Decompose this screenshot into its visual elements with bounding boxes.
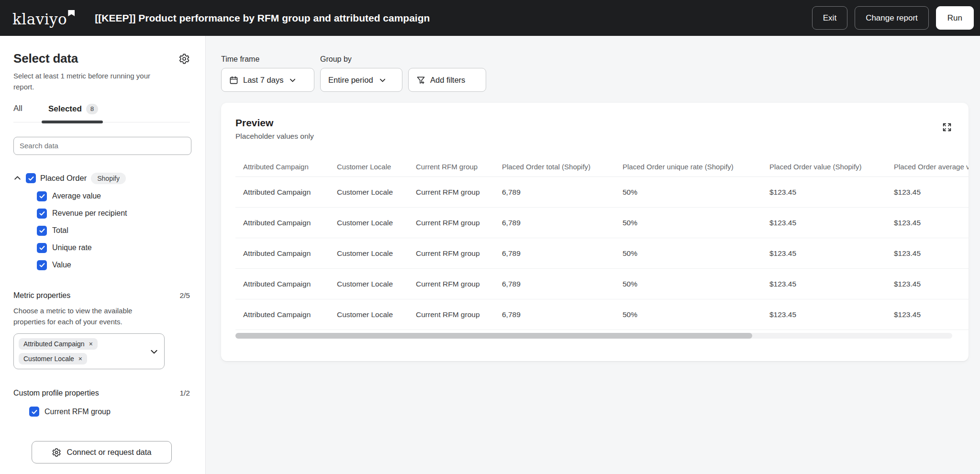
tab-all[interactable]: All	[13, 104, 28, 122]
metric-item: Total	[37, 226, 190, 236]
table-cell: $123.45	[762, 310, 886, 319]
table-cell: Attributed Campaign	[235, 219, 329, 227]
panel-title: Select data	[13, 51, 78, 66]
table-cell: Customer Locale	[329, 310, 408, 319]
custom-profile-item: Current RFM group	[29, 407, 190, 417]
metric-group-row: Placed Order Shopify	[13, 173, 190, 184]
time-frame-label: Time frame	[221, 55, 314, 64]
table-cell: $123.45	[762, 249, 886, 258]
checkbox-average-value[interactable]	[37, 191, 47, 201]
properties-multiselect[interactable]: Attributed Campaign × Customer Locale ×	[13, 333, 165, 369]
metric-item: Unique rate	[37, 243, 190, 253]
checkbox-revenue-per-recipient[interactable]	[37, 209, 47, 219]
klaviyo-logo[interactable]: klaviyo	[12, 9, 75, 27]
table-row: Attributed CampaignCustomer LocaleCurren…	[235, 269, 969, 299]
table-cell: Current RFM group	[408, 310, 494, 319]
preview-table-header-row: Attributed CampaignCustomer LocaleCurren…	[235, 156, 969, 177]
horizontal-scrollbar-thumb[interactable]	[235, 333, 752, 339]
settings-gear-icon[interactable]	[178, 53, 190, 65]
metric-tree: Placed Order Shopify Average value Reven…	[13, 173, 190, 270]
checkbox-current-rfm-group[interactable]	[29, 407, 39, 417]
metric-item-label: Value	[52, 261, 71, 269]
checkbox-unique-rate[interactable]	[37, 243, 47, 253]
chip-label: Customer Locale	[23, 355, 74, 363]
table-cell: Customer Locale	[329, 249, 408, 258]
table-cell: 6,789	[494, 249, 615, 258]
chip-label: Attributed Campaign	[23, 340, 85, 348]
table-cell: Attributed Campaign	[235, 188, 329, 197]
table-cell: Current RFM group	[408, 280, 494, 288]
metric-properties-description: Choose a metric to view the available pr…	[13, 305, 159, 328]
chevron-up-icon[interactable]	[13, 174, 22, 182]
table-cell: Current RFM group	[408, 249, 494, 258]
exit-button[interactable]: Exit	[812, 6, 847, 30]
table-cell: Current RFM group	[408, 188, 494, 197]
topbar-actions: Exit Change report Run	[812, 6, 974, 30]
selected-count-badge: 8	[86, 104, 99, 114]
active-tab-underline	[42, 121, 103, 123]
connect-or-request-data-button[interactable]: Connect or request data	[32, 441, 172, 463]
chevron-down-icon	[289, 77, 296, 84]
calendar-icon	[229, 76, 238, 85]
metric-properties-label: Metric properties	[13, 291, 70, 300]
column-header: Customer Locale	[329, 163, 408, 171]
column-header: Placed Order average value (Shopify)	[886, 163, 969, 171]
column-header: Attributed Campaign	[235, 163, 329, 171]
chip-attributed-campaign: Attributed Campaign ×	[19, 338, 98, 350]
horizontal-scrollbar-track[interactable]	[235, 333, 952, 339]
data-tabs: All Selected 8	[13, 104, 190, 122]
chip-remove-icon[interactable]: ×	[78, 355, 82, 362]
table-cell: 50%	[615, 188, 762, 197]
report-main: Time frame Last 7 days Group by Entire p…	[206, 36, 980, 474]
column-header: Placed Order total (Shopify)	[494, 163, 615, 171]
chevron-down-icon[interactable]	[150, 347, 158, 356]
metric-properties-count: 2/5	[179, 291, 190, 300]
metric-group-label: Placed Order	[40, 174, 87, 183]
table-cell: 50%	[615, 219, 762, 227]
metric-item-label: Unique rate	[52, 243, 92, 252]
change-report-button[interactable]: Change report	[855, 6, 929, 30]
preview-table-body: Attributed CampaignCustomer LocaleCurren…	[235, 177, 969, 330]
metric-item-label: Total	[52, 226, 68, 235]
preview-subtitle: Placeholder values only	[235, 132, 954, 141]
table-cell: $123.45	[886, 219, 969, 227]
group-by-value: Entire period	[328, 76, 373, 85]
table-cell: 50%	[615, 310, 762, 319]
metric-item-label: Revenue per recipient	[52, 209, 127, 218]
group-by-dropdown[interactable]: Entire period	[320, 68, 402, 92]
column-header: Placed Order unique rate (Shopify)	[615, 163, 762, 171]
table-cell: $123.45	[886, 280, 969, 288]
table-cell: $123.45	[762, 219, 886, 227]
search-input[interactable]	[13, 137, 191, 155]
custom-profile-item-label: Current RFM group	[45, 408, 111, 416]
run-button[interactable]: Run	[936, 6, 974, 30]
table-cell: Customer Locale	[329, 280, 408, 288]
expand-icon[interactable]	[942, 122, 952, 132]
chevron-down-icon	[379, 77, 386, 84]
table-cell: $123.45	[762, 280, 886, 288]
table-cell: 6,789	[494, 310, 615, 319]
table-row: Attributed CampaignCustomer LocaleCurren…	[235, 177, 969, 208]
tab-selected[interactable]: Selected 8	[42, 104, 103, 122]
table-cell: 6,789	[494, 219, 615, 227]
chip-remove-icon[interactable]: ×	[89, 341, 93, 347]
table-row: Attributed CampaignCustomer LocaleCurren…	[235, 208, 969, 238]
checkbox-placed-order[interactable]	[26, 173, 36, 183]
preview-card: Preview Placeholder values only Attribut…	[221, 103, 969, 361]
checkbox-total[interactable]	[37, 226, 47, 236]
panel-subtitle: Select at least 1 metric before running …	[13, 70, 157, 93]
table-cell: $123.45	[886, 188, 969, 197]
top-bar: klaviyo [[KEEP]] Product performance by …	[0, 0, 980, 36]
time-frame-dropdown[interactable]: Last 7 days	[221, 68, 314, 92]
table-cell: $123.45	[886, 249, 969, 258]
custom-profile-label: Custom profile properties	[13, 389, 99, 397]
table-cell: Current RFM group	[408, 219, 494, 227]
filter-plus-icon	[416, 76, 425, 85]
metric-item: Average value	[37, 191, 190, 201]
table-cell: 50%	[615, 249, 762, 258]
table-cell: Attributed Campaign	[235, 280, 329, 288]
custom-profile-section: Custom profile properties 1/2 Current RF…	[13, 389, 190, 417]
add-filters-button[interactable]: Add filters	[408, 68, 486, 92]
checkbox-value[interactable]	[37, 260, 47, 270]
klaviyo-flag-icon	[68, 10, 75, 16]
